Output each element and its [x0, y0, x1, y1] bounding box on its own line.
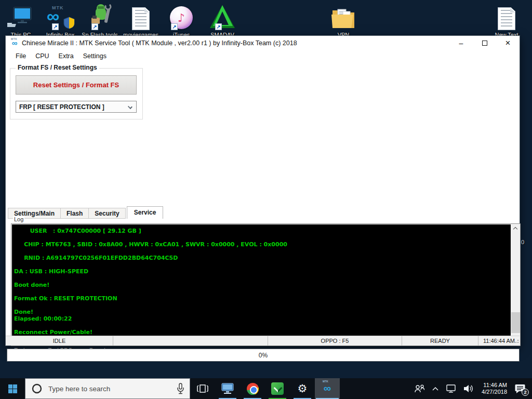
- maximize-icon: [482, 41, 487, 46]
- itunes-icon: ♪ ↗: [162, 4, 201, 30]
- tray-date: 4/27/2018: [482, 389, 507, 395]
- taskbar-app-mtk-tool[interactable]: MTK∞: [315, 378, 340, 399]
- taskbar-app-idm[interactable]: [265, 378, 290, 399]
- start-button[interactable]: [0, 378, 25, 399]
- log-line: [14, 261, 510, 268]
- progress-value: 0%: [259, 352, 268, 359]
- log-group: USER : 0x747C00000 [ 29.12 GB ] CHIP : M…: [11, 223, 521, 346]
- chevron-up-icon: [432, 387, 439, 391]
- taskbar-app-remote-pc[interactable]: [215, 378, 240, 399]
- text-document-icon: [121, 4, 161, 30]
- desktop: { "desktop": { "icons": [ {"label": "Thi…: [0, 0, 532, 399]
- desktop-icon-new-text[interactable]: New Text: [487, 4, 526, 38]
- status-empty: [113, 336, 268, 345]
- volume-button[interactable]: [460, 378, 477, 399]
- log-line: [14, 322, 510, 329]
- minimize-button[interactable]: –: [449, 36, 473, 50]
- shortcut-arrow-icon: ↗: [171, 23, 178, 30]
- close-button[interactable]: ×: [496, 36, 520, 50]
- log-line: CHIP : MT6763 , SBID : 0x8A00 , HWVR : 0…: [14, 241, 510, 248]
- search-placeholder: Type here to search: [48, 385, 110, 393]
- frp-dropdown[interactable]: FRP [ RESET PROTECTION ]: [16, 101, 137, 113]
- action-center-button[interactable]: 2: [511, 378, 532, 399]
- desktop-icon-sp-flash-tools[interactable]: ↗ Sp Flash tools: [80, 4, 119, 38]
- sp-flash-tools-icon: ↗: [80, 4, 119, 30]
- menu-settings[interactable]: Settings: [78, 51, 111, 61]
- system-tray: 11:46 AM 4/27/2018 2: [411, 378, 532, 399]
- desktop-icon-moviesgames[interactable]: moviesgames: [121, 4, 161, 38]
- microphone-icon[interactable]: [177, 383, 184, 394]
- progress-bar: 0%: [7, 349, 520, 362]
- log-line: [14, 234, 510, 241]
- desktop-icon-smadav[interactable]: ↗ SMADAV: [203, 4, 242, 38]
- app-window: MTK∞ Chinese Miracle II : MTK Service To…: [5, 35, 520, 346]
- idm-icon: [271, 382, 284, 395]
- text-document-icon: [487, 4, 526, 30]
- log-line: Reconnect Power/Cable!: [14, 329, 510, 336]
- window-title: Chinese Miracle II : MTK Service Tool ( …: [22, 39, 297, 47]
- status-ready: READY: [402, 336, 478, 345]
- frp-dropdown-value: FRP [ RESET PROTECTION ]: [19, 103, 104, 111]
- ethernet-icon: [445, 384, 457, 393]
- log-line: Elapsed: 00:00:22: [14, 315, 510, 322]
- infinity-box-icon: MTK ∞ ↗: [41, 4, 80, 30]
- task-view-icon: [197, 384, 208, 393]
- this-pc-icon: [1, 4, 41, 30]
- log-line: USER : 0x747C00000 [ 29.12 GB ]: [14, 228, 510, 234]
- smadav-icon: ↗: [203, 4, 242, 30]
- maximize-button[interactable]: [473, 36, 496, 50]
- log-line: [14, 248, 510, 255]
- folder-icon: [324, 4, 363, 30]
- notification-badge: 2: [522, 389, 529, 396]
- mtk-infinity-icon: MTK∞: [321, 383, 334, 394]
- tray-overflow-button[interactable]: [429, 378, 442, 399]
- log-line: Done!: [14, 309, 510, 315]
- groupbox-title: Format FS / Reset Settings: [16, 64, 99, 71]
- gear-icon: ⚙: [298, 383, 308, 394]
- log-line: DA : USB : HIGH-SPEED: [14, 268, 510, 275]
- tab-security[interactable]: Security: [89, 208, 125, 219]
- shortcut-arrow-icon: ↗: [91, 23, 98, 30]
- log-line: RNID : A6914797C0256F01EFDD2BD64C704C5D: [14, 255, 510, 261]
- people-button[interactable]: [411, 378, 429, 399]
- desktop-icon-itunes[interactable]: ♪ ↗ iTunes: [162, 4, 201, 38]
- taskbar: Type here to search ⚙: [0, 378, 532, 399]
- taskbar-app-chrome[interactable]: [240, 378, 265, 399]
- client-area: Format FS / Reset Settings Reset Setting…: [6, 62, 520, 345]
- people-icon: [414, 384, 425, 393]
- network-status[interactable]: [442, 378, 460, 399]
- tab-service[interactable]: Service: [127, 206, 164, 219]
- speaker-icon: [463, 384, 474, 393]
- menu-file[interactable]: File: [11, 51, 31, 61]
- status-time: 11:46:44 AM: [478, 336, 520, 345]
- resize-grip[interactable]: [514, 340, 518, 344]
- desktop-icon-this-pc[interactable]: This PC: [1, 4, 41, 38]
- scroll-up-icon[interactable]: [511, 224, 520, 233]
- shortcut-arrow-icon: ↗: [52, 23, 59, 30]
- desktop-icon-infinity-box[interactable]: MTK ∞ ↗ Infinity-Box: [41, 4, 80, 38]
- log-line: Format Ok : RESET PROTECTION: [14, 295, 510, 302]
- tab-flash[interactable]: Flash: [61, 208, 89, 219]
- hidden-icon-label-fragment: 0: [521, 239, 524, 245]
- log-line: Boot done!: [14, 282, 510, 288]
- clock[interactable]: 11:46 AM 4/27/2018: [477, 382, 511, 395]
- scrollbar-thumb[interactable]: [511, 312, 520, 333]
- log-group-label: Log: [13, 216, 24, 222]
- search-input[interactable]: Type here to search: [25, 378, 190, 399]
- desktop-icon-vpn[interactable]: VPN: [324, 4, 363, 38]
- log-line: [14, 275, 510, 282]
- task-view-button[interactable]: [190, 378, 215, 399]
- format-fs-groupbox: Format FS / Reset Settings Reset Setting…: [10, 68, 143, 119]
- status-device: OPPO : F5: [268, 336, 402, 345]
- taskbar-app-settings[interactable]: ⚙: [290, 378, 315, 399]
- app-logo-icon: MTK∞: [10, 38, 19, 48]
- shortcut-arrow-icon: ↗: [215, 23, 222, 30]
- log-output: USER : 0x747C00000 [ 29.12 GB ] CHIP : M…: [12, 224, 511, 345]
- menu-extra[interactable]: Extra: [54, 51, 78, 61]
- menu-bar: File CPU Extra Settings: [6, 50, 520, 62]
- reset-settings-format-fs-button[interactable]: Reset Settings / Format FS: [16, 75, 137, 95]
- menu-cpu[interactable]: CPU: [31, 51, 54, 61]
- log-line: [14, 288, 510, 295]
- title-bar[interactable]: MTK∞ Chinese Miracle II : MTK Service To…: [6, 36, 520, 50]
- log-scrollbar[interactable]: [511, 224, 520, 345]
